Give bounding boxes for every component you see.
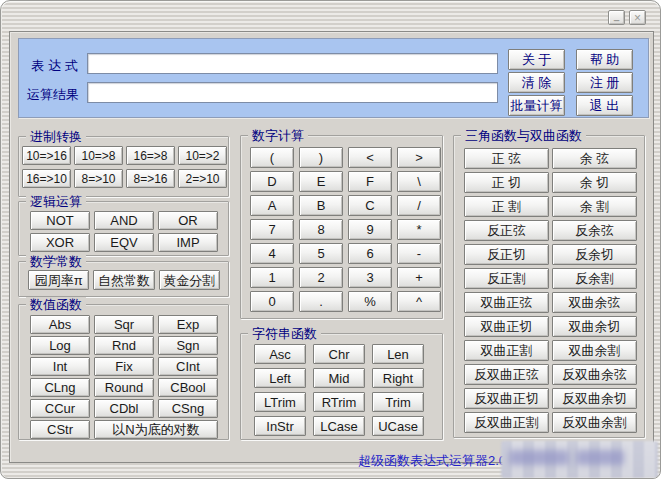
- logic-button[interactable]: IMP: [158, 233, 218, 252]
- trig-button[interactable]: 余 弦: [552, 148, 637, 169]
- string-function-button[interactable]: Trim: [372, 392, 424, 412]
- constant-button[interactable]: 园周率π: [28, 270, 89, 290]
- trig-button[interactable]: 正 弦: [464, 148, 549, 169]
- trig-button[interactable]: 双曲余割: [552, 340, 637, 361]
- numeric-function-button[interactable]: Abs: [30, 315, 90, 334]
- string-function-button[interactable]: Mid: [313, 368, 365, 388]
- trig-button[interactable]: 正 切: [464, 172, 549, 193]
- logic-button[interactable]: NOT: [30, 211, 90, 230]
- trig-button[interactable]: 反双曲余割: [552, 412, 637, 433]
- keypad-button[interactable]: \: [397, 171, 441, 192]
- string-function-button[interactable]: Right: [372, 368, 424, 388]
- keypad-button[interactable]: E: [299, 171, 343, 192]
- base-conversion-button[interactable]: 10=>2: [178, 146, 227, 165]
- trig-button[interactable]: 反正弦: [464, 220, 549, 241]
- keypad-button[interactable]: A: [250, 195, 294, 216]
- keypad-button[interactable]: C: [348, 195, 392, 216]
- keypad-button[interactable]: B: [299, 195, 343, 216]
- numeric-function-button[interactable]: Exp: [158, 315, 218, 334]
- trig-button[interactable]: 反正割: [464, 268, 549, 289]
- trig-button[interactable]: 反双曲正切: [464, 388, 549, 409]
- keypad-button[interactable]: 5: [299, 243, 343, 264]
- keypad-button[interactable]: 7: [250, 219, 294, 240]
- action-button[interactable]: 退 出: [576, 95, 633, 116]
- keypad-button[interactable]: ): [299, 147, 343, 168]
- trig-button[interactable]: 余 割: [552, 196, 637, 217]
- action-button[interactable]: 关 于: [508, 49, 565, 70]
- string-function-button[interactable]: Left: [254, 368, 306, 388]
- trig-button[interactable]: 反双曲正弦: [464, 364, 549, 385]
- numeric-function-button[interactable]: CLng: [30, 378, 90, 397]
- string-function-button[interactable]: RTrim: [313, 392, 365, 412]
- keypad-button[interactable]: 1: [250, 267, 294, 288]
- trig-button[interactable]: 反正切: [464, 244, 549, 265]
- minimize-button[interactable]: –: [608, 10, 625, 25]
- keypad-button[interactable]: 0: [250, 291, 294, 312]
- numeric-function-button[interactable]: Sqr: [94, 315, 154, 334]
- numeric-function-button[interactable]: 以N为底的对数: [94, 420, 218, 439]
- keypad-button[interactable]: >: [397, 147, 441, 168]
- numeric-function-button[interactable]: Log: [30, 336, 90, 355]
- string-function-button[interactable]: Len: [372, 344, 424, 364]
- keypad-button[interactable]: 4: [250, 243, 294, 264]
- keypad-button[interactable]: 8: [299, 219, 343, 240]
- keypad-button[interactable]: D: [250, 171, 294, 192]
- keypad-button[interactable]: (: [250, 147, 294, 168]
- trig-button[interactable]: 反余割: [552, 268, 637, 289]
- title-bar[interactable]: – ×: [1, 1, 660, 31]
- keypad-button[interactable]: 9: [348, 219, 392, 240]
- base-conversion-button[interactable]: 16=>8: [126, 146, 175, 165]
- keypad-button[interactable]: 3: [348, 267, 392, 288]
- base-conversion-button[interactable]: 10=>16: [22, 146, 71, 165]
- numeric-function-button[interactable]: Int: [30, 357, 90, 376]
- trig-button[interactable]: 余 切: [552, 172, 637, 193]
- keypad-button[interactable]: 6: [348, 243, 392, 264]
- trig-button[interactable]: 反双曲正割: [464, 412, 549, 433]
- base-conversion-button[interactable]: 10=>8: [74, 146, 123, 165]
- numeric-function-button[interactable]: Sgn: [158, 336, 218, 355]
- trig-button[interactable]: 反余弦: [552, 220, 637, 241]
- logic-button[interactable]: OR: [158, 211, 218, 230]
- keypad-button[interactable]: %: [348, 291, 392, 312]
- numeric-function-button[interactable]: Round: [94, 378, 154, 397]
- numeric-function-button[interactable]: CDbl: [94, 399, 154, 418]
- base-conversion-button[interactable]: 8=>10: [74, 169, 123, 188]
- expression-input[interactable]: [87, 53, 498, 74]
- base-conversion-button[interactable]: 16=>10: [22, 169, 71, 188]
- keypad-button[interactable]: <: [348, 147, 392, 168]
- logic-button[interactable]: EQV: [94, 233, 154, 252]
- action-button[interactable]: 清 除: [508, 72, 565, 93]
- logic-button[interactable]: XOR: [30, 233, 90, 252]
- trig-button[interactable]: 正 割: [464, 196, 549, 217]
- trig-button[interactable]: 双曲正切: [464, 316, 549, 337]
- keypad-button[interactable]: *: [397, 219, 441, 240]
- trig-button[interactable]: 双曲正弦: [464, 292, 549, 313]
- base-conversion-button[interactable]: 8=>16: [126, 169, 175, 188]
- close-button[interactable]: ×: [629, 10, 646, 25]
- keypad-button[interactable]: -: [397, 243, 441, 264]
- keypad-button[interactable]: 2: [299, 267, 343, 288]
- trig-button[interactable]: 反余切: [552, 244, 637, 265]
- numeric-function-button[interactable]: CBool: [158, 378, 218, 397]
- keypad-button[interactable]: .: [299, 291, 343, 312]
- string-function-button[interactable]: InStr: [254, 416, 306, 436]
- base-conversion-button[interactable]: 2=>10: [178, 169, 227, 188]
- trig-button[interactable]: 双曲余切: [552, 316, 637, 337]
- string-function-button[interactable]: Chr: [313, 344, 365, 364]
- string-function-button[interactable]: LTrim: [254, 392, 306, 412]
- action-button[interactable]: 注 册: [576, 72, 633, 93]
- logic-button[interactable]: AND: [94, 211, 154, 230]
- string-function-button[interactable]: UCase: [372, 416, 424, 436]
- action-button[interactable]: 帮 助: [576, 49, 633, 70]
- keypad-button[interactable]: F: [348, 171, 392, 192]
- constant-button[interactable]: 黄金分割: [159, 270, 220, 290]
- numeric-function-button[interactable]: CSng: [158, 399, 218, 418]
- keypad-button[interactable]: ^: [397, 291, 441, 312]
- numeric-function-button[interactable]: Rnd: [94, 336, 154, 355]
- trig-button[interactable]: 双曲正割: [464, 340, 549, 361]
- string-function-button[interactable]: Asc: [254, 344, 306, 364]
- action-button[interactable]: 批量计算: [508, 95, 565, 116]
- keypad-button[interactable]: +: [397, 267, 441, 288]
- numeric-function-button[interactable]: CStr: [30, 420, 90, 439]
- trig-button[interactable]: 反双曲余切: [552, 388, 637, 409]
